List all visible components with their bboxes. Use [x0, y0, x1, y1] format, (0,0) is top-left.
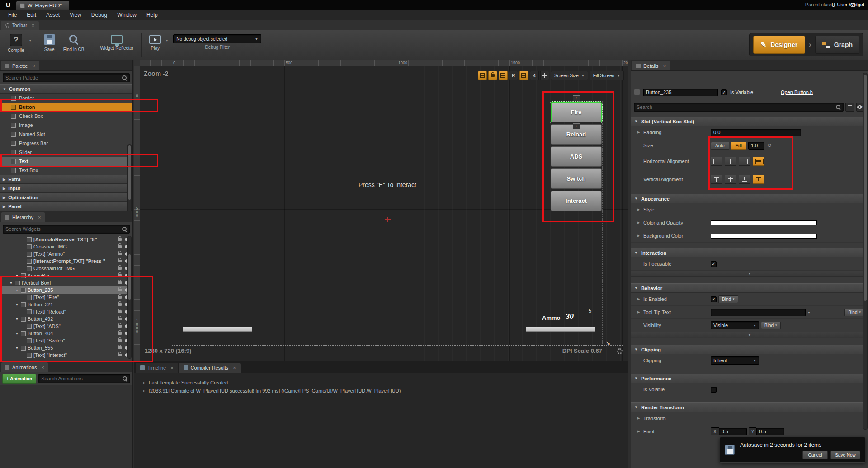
section-header-slot[interactable]: ▼ Slot (Vertical Box Slot): [631, 117, 868, 126]
canvas-button[interactable]: ↑ Switch ↓: [551, 168, 602, 189]
section-header-interaction[interactable]: ▼ Interaction: [631, 248, 868, 257]
hierarchy-row[interactable]: ▼ [Text] "ADS": [0, 323, 132, 330]
hierarchy-row[interactable]: ▼ Button_321: [0, 301, 132, 308]
chevron-down-icon[interactable]: ▼: [807, 311, 811, 314]
is-enabled-bind-button[interactable]: Bind: [718, 295, 738, 303]
screen-size-dropdown[interactable]: Screen Size ▼: [551, 71, 588, 80]
palette-category-common[interactable]: ▼ Common: [0, 84, 132, 94]
lock-icon[interactable]: [118, 253, 122, 255]
tab-details[interactable]: Details ×: [632, 61, 670, 70]
hierarchy-row[interactable]: ▼ Button_492: [0, 315, 132, 323]
palette-category[interactable]: ▶ Input: [0, 184, 132, 193]
hierarchy-row[interactable]: ▼ [AmmoInReserve_TXT] "5": [0, 236, 132, 243]
palette-item[interactable]: Progress Bar: [0, 139, 132, 148]
hierarchy-search-input[interactable]: [5, 226, 122, 232]
details-search[interactable]: [634, 103, 844, 112]
grid-toggle-icon[interactable]: [519, 71, 528, 80]
hierarchy-search[interactable]: [3, 225, 130, 234]
asset-tab[interactable]: W_PlayerHUD*: [16, 1, 69, 10]
lock-icon[interactable]: [118, 238, 122, 241]
play-options-dropdown-icon[interactable]: ▾: [165, 38, 169, 42]
designer-mode-button[interactable]: ✎ Designer: [753, 36, 806, 54]
open-header-link[interactable]: Open Button.h: [781, 89, 813, 95]
expander-icon[interactable]: ▼: [15, 332, 19, 335]
hierarchy-row[interactable]: ▼ Crosshair_IMG: [0, 243, 132, 250]
compile-button[interactable]: ? Compile: [4, 31, 28, 56]
expander-icon[interactable]: ▼: [15, 318, 19, 321]
compile-options-dropdown-icon[interactable]: ▾: [28, 38, 32, 42]
expander-icon[interactable]: ▶: [637, 310, 641, 314]
palette-item[interactable]: Slider: [0, 148, 132, 157]
toolbar-tab[interactable]: Toolbar ×: [1, 21, 39, 30]
section-header-performance[interactable]: ▼ Performance: [631, 374, 868, 383]
palette-search-input[interactable]: [5, 75, 122, 80]
menu-item[interactable]: Edit: [22, 10, 41, 19]
valign-bottom-button[interactable]: [739, 175, 750, 184]
autosave-save-now-button[interactable]: Save Now: [830, 451, 860, 459]
lock-icon[interactable]: [118, 274, 122, 277]
play-button[interactable]: Play: [145, 31, 165, 53]
reorder-down-icon[interactable]: ↓: [573, 123, 580, 129]
lock-icon[interactable]: [118, 318, 122, 320]
parent-class-link[interactable]: User Widget: [837, 2, 864, 7]
expand-advanced-button[interactable]: ▼: [631, 332, 868, 338]
hierarchy-row[interactable]: ▼ Button_404: [0, 330, 132, 337]
dpi-scale-label[interactable]: DPI Scale 0.67: [562, 347, 602, 354]
halign-center-button[interactable]: [725, 157, 736, 166]
hierarchy-row[interactable]: ▼ [Vertical Box]: [0, 279, 132, 286]
section-header-behavior[interactable]: ▼ Behavior: [631, 283, 868, 293]
widget-reflector-button[interactable]: Widget Reflector: [96, 31, 137, 53]
tab-compiler-results[interactable]: Compiler Results ×: [179, 363, 241, 373]
section-header-appearance[interactable]: ▼ Appearance: [631, 194, 868, 203]
palette-item[interactable]: Text Box: [0, 166, 132, 175]
tab-timeline[interactable]: Timeline ×: [136, 363, 178, 373]
details-scrollbar[interactable]: [863, 73, 868, 430]
pivot-x-input[interactable]: [719, 428, 747, 435]
hierarchy-row[interactable]: ▼ CrosshairDot_IMG: [0, 265, 132, 272]
tooltip-input[interactable]: [711, 309, 806, 316]
lock-icon[interactable]: [118, 267, 122, 270]
lock-icon[interactable]: [118, 281, 122, 284]
palette-category[interactable]: ▶ Optimization: [0, 193, 132, 202]
grid-snap-size[interactable]: 4: [530, 71, 539, 80]
reorder-up-icon[interactable]: ↑: [573, 95, 580, 101]
canvas-button[interactable]: ↑ Fire ↓: [551, 102, 602, 122]
designer-canvas[interactable]: 0500100015002000 05001000 Zoom -2 R 4 Sc…: [134, 60, 628, 361]
palette-item[interactable]: Check Box: [0, 112, 132, 121]
expander-icon[interactable]: ▼: [15, 303, 19, 306]
close-icon[interactable]: ×: [32, 23, 34, 28]
palette-item[interactable]: Image: [0, 121, 132, 130]
hierarchy-row[interactable]: ▼ [Text] "Interact": [0, 351, 132, 359]
lock-icon[interactable]: [118, 260, 122, 262]
canvas-button[interactable]: ↑ Interact ↓: [551, 191, 602, 211]
halign-right-button[interactable]: [739, 157, 750, 166]
valign-fill-button[interactable]: [753, 175, 764, 184]
is-volatile-checkbox[interactable]: [711, 387, 717, 393]
expander-icon[interactable]: ▼: [9, 281, 13, 285]
palette-item[interactable]: Named Slot: [0, 130, 132, 139]
expander-icon[interactable]: ▶: [637, 417, 641, 420]
palette-category[interactable]: ▶ Panel: [0, 202, 132, 211]
visibility-dropdown[interactable]: Visible ▼: [711, 321, 759, 329]
lock-icon[interactable]: [118, 303, 122, 306]
graph-mode-button[interactable]: Graph: [815, 36, 859, 54]
menu-item[interactable]: File: [4, 10, 21, 19]
outline-toggle-icon[interactable]: [499, 71, 508, 80]
palette-item[interactable]: Text: [0, 157, 132, 166]
lock-icon[interactable]: [118, 325, 122, 328]
animations-search[interactable]: [38, 374, 130, 383]
expander-icon[interactable]: ▶: [637, 131, 641, 134]
widget-name-input[interactable]: [643, 89, 718, 96]
section-header-clipping[interactable]: ▼ Clipping: [631, 345, 868, 354]
expander-icon[interactable]: ▼: [15, 346, 19, 350]
hierarchy-row[interactable]: ▼ Button_555: [0, 344, 132, 351]
palette-category[interactable]: ▶ Extra: [0, 175, 132, 184]
lock-icon[interactable]: [118, 310, 122, 313]
expander-icon[interactable]: ▼: [15, 274, 19, 277]
property-matrix-icon[interactable]: [845, 103, 854, 112]
debug-object-select[interactable]: No debug object selected ▼: [173, 34, 261, 43]
close-icon[interactable]: ×: [663, 63, 666, 69]
padding-input[interactable]: [711, 129, 801, 136]
lock-icon[interactable]: [118, 296, 122, 299]
lock-icon[interactable]: [118, 346, 122, 349]
